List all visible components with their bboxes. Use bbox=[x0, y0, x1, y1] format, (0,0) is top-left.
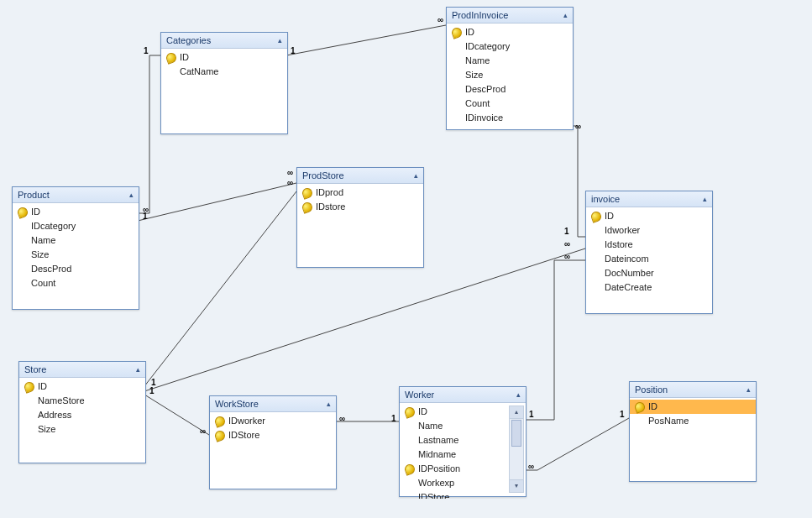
entity-position[interactable]: Position▴IDPosName bbox=[629, 381, 757, 482]
field-row[interactable]: Lastname bbox=[400, 433, 511, 447]
field-row[interactable]: IDworker bbox=[210, 414, 336, 428]
field-row[interactable]: Idstore bbox=[586, 238, 712, 252]
entity-title: Position bbox=[635, 385, 668, 395]
chevron-up-icon[interactable]: ▴ bbox=[563, 11, 568, 19]
field-row[interactable]: Count bbox=[447, 97, 573, 111]
chevron-up-icon[interactable]: ▴ bbox=[136, 365, 140, 374]
entity-body: IDIDcategoryNameSizeDescProdCount bbox=[13, 203, 139, 296]
chevron-up-icon[interactable]: ▴ bbox=[516, 390, 521, 399]
entity-worker[interactable]: Worker▴IDNameLastnameMidnameIDPositionWo… bbox=[399, 386, 526, 497]
cardinality-label: ∞ bbox=[287, 178, 293, 187]
field-name: ID bbox=[605, 210, 614, 222]
field-name: ID bbox=[180, 51, 189, 64]
field-row[interactable]: ID bbox=[13, 205, 139, 219]
field-name: IDinvoice bbox=[465, 112, 503, 124]
field-row[interactable]: IDPosition bbox=[400, 462, 511, 476]
field-row[interactable]: DescProd bbox=[447, 82, 573, 97]
field-row[interactable]: ID bbox=[19, 379, 145, 394]
chevron-up-icon[interactable]: ▴ bbox=[747, 385, 751, 394]
field-row[interactable]: Name bbox=[447, 54, 573, 68]
entity-titlebar[interactable]: invoice▴ bbox=[586, 191, 712, 207]
field-row[interactable]: PosName bbox=[630, 414, 756, 428]
field-row[interactable]: DescProd bbox=[13, 262, 139, 276]
field-name: Lastname bbox=[418, 434, 458, 447]
entity-product[interactable]: Product▴IDIDcategoryNameSizeDescProdCoun… bbox=[12, 186, 139, 310]
field-row[interactable]: IDcategory bbox=[13, 219, 139, 233]
field-row[interactable]: ID bbox=[586, 209, 712, 223]
field-row[interactable]: IDStore bbox=[210, 428, 336, 442]
scroll-down-icon[interactable]: ▾ bbox=[510, 479, 523, 492]
entity-title: Product bbox=[18, 190, 50, 200]
entity-titlebar[interactable]: Store▴ bbox=[19, 362, 145, 378]
field-row[interactable]: Address bbox=[19, 408, 145, 422]
entity-titlebar[interactable]: ProdStore▴ bbox=[297, 168, 423, 184]
field-name: Count bbox=[31, 277, 55, 290]
cardinality-label: 1 bbox=[564, 227, 569, 236]
chevron-up-icon[interactable]: ▴ bbox=[414, 171, 418, 180]
entity-titlebar[interactable]: ProdInInvoice▴ bbox=[447, 8, 573, 24]
field-row[interactable]: NameStore bbox=[19, 394, 145, 408]
field-row[interactable]: ID bbox=[630, 400, 756, 414]
field-name: NameStore bbox=[38, 395, 85, 407]
field-row[interactable]: Size bbox=[19, 422, 145, 437]
field-row[interactable]: Idworker bbox=[586, 223, 712, 238]
cardinality-label: ∞ bbox=[339, 414, 345, 423]
entity-categories[interactable]: Categories▴IDCatName bbox=[160, 32, 288, 134]
scrollbar[interactable]: ▴▾ bbox=[509, 406, 524, 493]
field-row[interactable]: DateCreate bbox=[586, 280, 712, 295]
field-name: ID bbox=[465, 26, 474, 39]
field-name: ID bbox=[648, 400, 657, 413]
entity-titlebar[interactable]: Position▴ bbox=[630, 382, 756, 398]
field-row[interactable]: Midname bbox=[400, 447, 511, 462]
field-name: DocNumber bbox=[605, 267, 654, 280]
field-row[interactable]: Count bbox=[13, 276, 139, 290]
chevron-up-icon[interactable]: ▴ bbox=[703, 195, 707, 203]
cardinality-label: 1 bbox=[291, 46, 296, 55]
cardinality-label: ∞ bbox=[528, 462, 534, 471]
entity-title: ProdStore bbox=[302, 170, 344, 181]
field-row[interactable]: ID bbox=[400, 405, 511, 419]
entity-prodstore[interactable]: ProdStore▴IDprodIDstore bbox=[296, 167, 424, 268]
field-row[interactable]: IDcategory bbox=[447, 39, 573, 54]
field-row[interactable]: Workexp bbox=[400, 476, 511, 490]
field-name: IDcategory bbox=[465, 40, 510, 53]
field-row[interactable]: Size bbox=[447, 68, 573, 82]
field-row[interactable]: Dateincom bbox=[586, 252, 712, 266]
field-row[interactable]: ID bbox=[161, 50, 287, 65]
entity-titlebar[interactable]: Worker▴ bbox=[400, 387, 526, 403]
entity-titlebar[interactable]: Categories▴ bbox=[161, 33, 287, 49]
entity-titlebar[interactable]: Product▴ bbox=[13, 187, 139, 203]
field-row[interactable]: IDinvoice bbox=[447, 111, 573, 125]
scroll-up-icon[interactable]: ▴ bbox=[510, 406, 523, 419]
field-row[interactable]: DocNumber bbox=[586, 266, 712, 280]
field-row[interactable]: IDStore bbox=[400, 490, 511, 499]
field-name: IDStore bbox=[228, 429, 259, 442]
scroll-thumb[interactable] bbox=[511, 420, 521, 447]
field-row[interactable]: IDstore bbox=[297, 200, 423, 214]
entity-title: Worker bbox=[405, 390, 434, 400]
field-row[interactable]: IDprod bbox=[297, 186, 423, 200]
chevron-up-icon[interactable]: ▴ bbox=[129, 191, 134, 199]
erd-canvas: { "entities":{ "product":{"title":"Produ… bbox=[0, 0, 812, 518]
field-row[interactable]: Name bbox=[400, 419, 511, 433]
entity-titlebar[interactable]: WorkStore▴ bbox=[210, 396, 336, 412]
field-row[interactable]: Size bbox=[13, 248, 139, 262]
field-name: Idstore bbox=[605, 238, 633, 251]
cardinality-label: ∞ bbox=[564, 252, 570, 261]
entity-workstore[interactable]: WorkStore▴IDworkerIDStore bbox=[209, 395, 337, 489]
entity-prodininvoice[interactable]: ProdInInvoice▴IDIDcategoryNameSizeDescPr… bbox=[446, 7, 574, 130]
field-name: Midname bbox=[418, 448, 456, 461]
field-row[interactable]: ID bbox=[447, 25, 573, 39]
chevron-up-icon[interactable]: ▴ bbox=[327, 400, 331, 408]
entity-store[interactable]: Store▴IDNameStoreAddressSize bbox=[18, 361, 146, 463]
entity-invoice[interactable]: invoice▴IDIdworkerIdstoreDateincomDocNum… bbox=[585, 191, 713, 314]
entity-body: IDprodIDstore bbox=[297, 184, 423, 219]
field-name: Dateincom bbox=[605, 253, 649, 265]
entity-body: IDNameStoreAddressSize bbox=[19, 378, 145, 442]
entity-title: ProdInInvoice bbox=[452, 10, 508, 20]
field-name: Workexp bbox=[418, 477, 454, 489]
field-row[interactable]: CatName bbox=[161, 65, 287, 79]
field-name: DescProd bbox=[465, 83, 506, 96]
field-row[interactable]: Name bbox=[13, 233, 139, 248]
chevron-up-icon[interactable]: ▴ bbox=[278, 36, 282, 44]
